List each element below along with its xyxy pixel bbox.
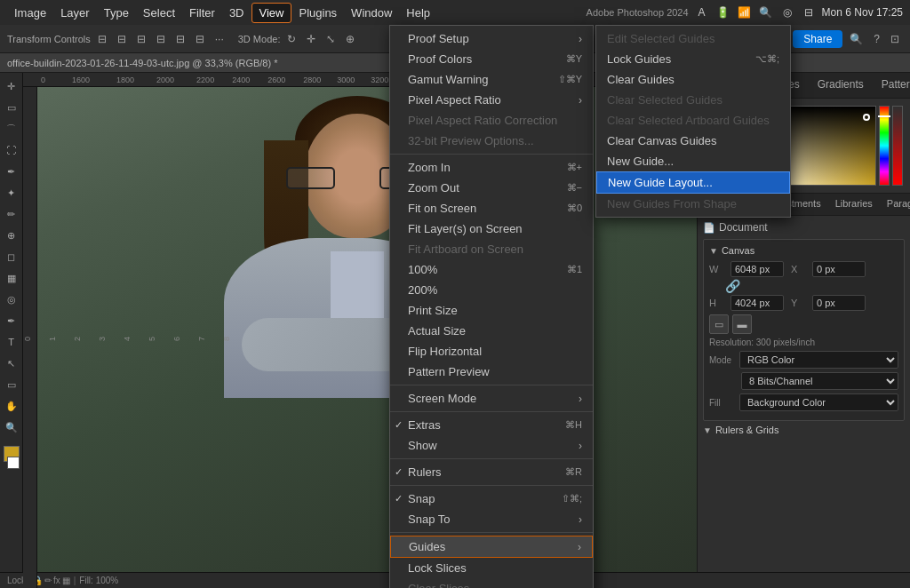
tab-patterns[interactable]: Patterns xyxy=(873,73,910,98)
zoom-200-label: 200% xyxy=(408,283,437,297)
new-guide-layout-item[interactable]: New Guide Layout... xyxy=(596,171,790,194)
clear-canvas-guides-item[interactable]: Clear Canvas Guides xyxy=(596,131,790,151)
help-icon[interactable]: ? xyxy=(870,31,883,47)
eyedropper-tool[interactable]: ✒ xyxy=(2,162,21,181)
hue-slider[interactable] xyxy=(879,106,890,186)
hand-tool[interactable]: ✋ xyxy=(2,396,21,416)
mode-dropdown[interactable]: RGB Color xyxy=(739,351,898,369)
fx-icon: fx xyxy=(53,576,60,585)
canvas-y-input[interactable]: 0 px xyxy=(812,295,866,311)
clone-tool[interactable]: ⊕ xyxy=(2,226,21,245)
snap-check: ✓ xyxy=(395,493,403,505)
rulers-item[interactable]: ✓ Rulers ⌘R xyxy=(390,462,593,482)
panel-arrange-icon[interactable]: ⊡ xyxy=(887,31,903,47)
crop-tool[interactable]: ⛶ xyxy=(2,140,21,160)
canvas-height-input[interactable]: 4024 px xyxy=(730,295,784,311)
3d-move-icon[interactable]: ✛ xyxy=(303,31,319,47)
canvas-landscape-icon[interactable]: ▬ xyxy=(732,314,752,334)
shape-tool[interactable]: ▭ xyxy=(2,375,21,394)
canvas-width-input[interactable]: 6048 px xyxy=(730,261,784,277)
flip-horizontal-item[interactable]: Flip Horizontal xyxy=(390,341,593,362)
zoom-100-shortcut: ⌘1 xyxy=(567,264,582,275)
tab-libraries[interactable]: Libraries xyxy=(828,194,880,215)
pattern-preview-item[interactable]: Pattern Preview xyxy=(390,362,593,382)
proof-colors-item[interactable]: Proof Colors ⌘Y xyxy=(390,49,593,69)
proof-setup-item[interactable]: Proof Setup › xyxy=(390,28,593,49)
guides-item[interactable]: Guides › xyxy=(390,536,593,558)
align-left-icon[interactable]: ⊟ xyxy=(94,31,110,47)
share-button[interactable]: Share xyxy=(793,30,842,48)
print-size-item[interactable]: Print Size xyxy=(390,300,593,321)
fit-layers-item[interactable]: Fit Layer(s) on Screen xyxy=(390,219,593,239)
align-top-icon[interactable]: ⊟ xyxy=(153,31,169,47)
menu-3d[interactable]: 3D xyxy=(222,4,251,22)
search-icon[interactable]: 🔍 xyxy=(758,4,774,20)
align-bottom-icon[interactable]: ⊟ xyxy=(172,31,188,47)
3d-mode-label: 3D Mode: xyxy=(238,34,281,44)
align-center-h-icon[interactable]: ⊟ xyxy=(114,31,130,47)
menu-window[interactable]: Window xyxy=(344,4,399,22)
show-item[interactable]: Show › xyxy=(390,435,593,456)
gamut-warning-label: Gamut Warning xyxy=(408,73,489,86)
menu-plugins[interactable]: Plugins xyxy=(291,4,344,22)
menu-layer[interactable]: Layer xyxy=(53,4,97,22)
alpha-slider[interactable] xyxy=(892,106,903,186)
show-label: Show xyxy=(408,439,437,452)
menu-select[interactable]: Select xyxy=(136,4,182,22)
guides-submenu[interactable]: Edit Selected Guides Lock Guides ⌥⌘; Cle… xyxy=(595,25,791,218)
move-tool[interactable]: ✛ xyxy=(2,76,21,96)
more-options-icon[interactable]: ··· xyxy=(212,31,228,47)
menu-type[interactable]: Type xyxy=(97,4,136,22)
3d-scale-icon[interactable]: ⤡ xyxy=(323,31,339,47)
background-color[interactable] xyxy=(7,457,20,469)
clear-selected-guides-item: Clear Selected Guides xyxy=(596,90,790,110)
zoom-in-item[interactable]: Zoom In ⌘+ xyxy=(390,157,593,178)
bit-depth-dropdown[interactable]: 8 Bits/Channel xyxy=(741,372,898,390)
zoom-100-item[interactable]: 100% ⌘1 xyxy=(390,259,593,280)
clear-guides-item[interactable]: Clear Guides xyxy=(596,69,790,90)
show-arrow: › xyxy=(579,440,582,452)
fit-on-screen-item[interactable]: Fit on Screen ⌘0 xyxy=(390,198,593,219)
eraser-tool[interactable]: ◻ xyxy=(2,247,21,266)
search-icon-2[interactable]: 🔍 xyxy=(846,31,866,47)
pen-tool[interactable]: ✒ xyxy=(2,311,21,330)
link-dimensions-icon[interactable]: 🔗 xyxy=(725,279,740,293)
extras-item[interactable]: ✓ Extras ⌘H xyxy=(390,415,593,435)
tab-paragraph[interactable]: Paragraph xyxy=(880,194,910,215)
distribute-icon[interactable]: ⊟ xyxy=(192,31,208,47)
zoom-out-item[interactable]: Zoom Out ⌘− xyxy=(390,178,593,198)
view-menu[interactable]: Proof Setup › Proof Colors ⌘Y Gamut Warn… xyxy=(389,25,594,588)
path-tool[interactable]: ↖ xyxy=(2,354,21,373)
lasso-tool[interactable]: ⌒ xyxy=(2,119,21,139)
pixel-aspect-ratio-item[interactable]: Pixel Aspect Ratio › xyxy=(390,90,593,110)
menu-view[interactable]: View xyxy=(251,3,292,23)
actual-size-item[interactable]: Actual Size xyxy=(390,321,593,341)
select-tool[interactable]: ▭ xyxy=(2,98,21,117)
menu-help[interactable]: Help xyxy=(399,4,437,22)
3d-rotate-icon[interactable]: ↻ xyxy=(283,31,299,47)
screen-mode-item[interactable]: Screen Mode › xyxy=(390,388,593,409)
brush-tool[interactable]: ✏ xyxy=(2,204,21,224)
tab-gradients[interactable]: Gradients xyxy=(809,73,873,98)
zoom-200-item[interactable]: 200% xyxy=(390,280,593,300)
gradient-tool[interactable]: ▦ xyxy=(2,268,21,288)
heal-tool[interactable]: ✦ xyxy=(2,183,21,203)
rulers-shortcut: ⌘R xyxy=(565,466,582,478)
snap-to-item[interactable]: Snap To › xyxy=(390,509,593,529)
lock-guides-item[interactable]: Lock Guides ⌥⌘; xyxy=(596,49,790,69)
snap-item[interactable]: ✓ Snap ⇧⌘; xyxy=(390,489,593,509)
burn-tool[interactable]: ◎ xyxy=(2,290,21,309)
canvas-portrait-icon[interactable]: ▭ xyxy=(709,314,729,334)
new-guides-from-shape-label: New Guides From Shape xyxy=(607,197,737,211)
fill-dropdown[interactable]: Background Color xyxy=(739,393,898,411)
gamut-warning-item[interactable]: Gamut Warning ⇧⌘Y xyxy=(390,69,593,90)
menu-image[interactable]: Image xyxy=(7,4,53,22)
canvas-x-input[interactable]: 0 px xyxy=(812,261,866,277)
type-tool[interactable]: T xyxy=(2,332,21,352)
menu-filter[interactable]: Filter xyxy=(182,4,222,22)
align-right-icon[interactable]: ⊟ xyxy=(133,31,149,47)
lock-slices-item[interactable]: Lock Slices xyxy=(390,558,593,578)
3d-extra-icon[interactable]: ⊕ xyxy=(342,31,358,47)
zoom-tool[interactable]: 🔍 xyxy=(2,417,21,437)
new-guide-item[interactable]: New Guide... xyxy=(596,151,790,171)
